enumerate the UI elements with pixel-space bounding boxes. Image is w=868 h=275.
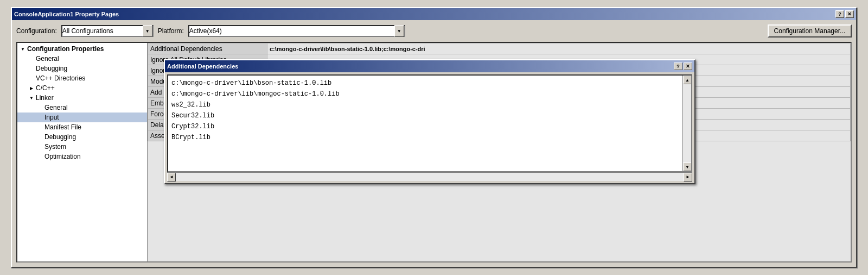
tree-arrow-0: ▼ <box>20 47 26 52</box>
config-manager-button[interactable]: Configuration Manager... <box>768 24 852 38</box>
scrollbar-h-track[interactable] <box>176 173 684 181</box>
main-title-bar: ConsoleApplication1 Property Pages ? ✕ <box>12 8 856 20</box>
additional-deps-dialog: Additional Dependencies ? ✕ c:\mongo-c-d… <box>164 59 695 184</box>
platform-dropdown-arrow[interactable] <box>394 25 404 37</box>
deps-line-2: ws2_32.lib <box>171 99 679 110</box>
tree-item-linker-input[interactable]: Input <box>17 112 147 122</box>
toolbar-row: Configuration: All Configurations Platfo… <box>16 24 852 38</box>
config-dropdown[interactable]: All Configurations <box>61 25 154 37</box>
tree-item-debugging[interactable]: Debugging <box>17 64 147 73</box>
scrollbar-left-button[interactable]: ◄ <box>167 173 176 182</box>
main-body: ▼ Configuration Properties General Debug… <box>16 42 852 262</box>
main-close-button[interactable]: ✕ <box>845 10 854 18</box>
scrollbar-track[interactable] <box>683 84 691 162</box>
tree-item-label-2: Debugging <box>36 65 67 72</box>
tree-item-linker[interactable]: ▼ Linker <box>17 93 147 103</box>
tree-item-label-3: VC++ Directories <box>36 74 85 82</box>
main-dialog-title: ConsoleApplication1 Property Pages <box>14 11 119 17</box>
deps-textarea[interactable]: c:\mongo-c-driver\lib\bson-static-1.0.li… <box>168 76 682 171</box>
tree-arrow-5: ▼ <box>28 96 35 101</box>
config-dropdown-arrow[interactable] <box>143 25 152 37</box>
main-help-button[interactable]: ? <box>835 10 844 18</box>
tree-item-linker-debugging[interactable]: Debugging <box>17 132 147 142</box>
deps-line-3: Secur32.lib <box>171 110 679 121</box>
tree-item-label-10: System <box>44 143 66 151</box>
config-label: Configuration: <box>16 27 57 35</box>
tree-item-optimization[interactable]: Optimization <box>17 152 147 161</box>
tree-item-label-0: Configuration Properties <box>27 45 104 53</box>
modal-overlay: Additional Dependencies ? ✕ c:\mongo-c-d… <box>148 43 851 261</box>
main-title-buttons: ? ✕ <box>835 10 854 18</box>
props-panel: Additional Dependencies c:\mongo-c-drive… <box>148 43 851 261</box>
deps-title-bar: Additional Dependencies ? ✕ <box>165 60 694 72</box>
tree-arrow-4: ▶ <box>28 86 35 91</box>
main-dialog: ConsoleApplication1 Property Pages ? ✕ C… <box>11 7 857 268</box>
horizontal-scrollbar: ◄ ► <box>167 172 692 181</box>
tree-item-label-9: Debugging <box>44 133 76 141</box>
tree-item-general[interactable]: General <box>17 54 147 64</box>
deps-close-button[interactable]: ✕ <box>684 62 692 70</box>
scrollbar-up-button[interactable]: ▲ <box>683 76 692 84</box>
tree-panel: ▼ Configuration Properties General Debug… <box>17 43 148 261</box>
config-dropdown-value: All Configurations <box>62 27 143 35</box>
tree-item-label-7: Input <box>44 114 59 121</box>
tree-item-vc-directories[interactable]: VC++ Directories <box>17 73 147 83</box>
deps-help-button[interactable]: ? <box>674 62 682 70</box>
tree-item-label-5: Linker <box>36 94 54 102</box>
deps-line-0: c:\mongo-c-driver\lib\bson-static-1.0.li… <box>171 78 679 89</box>
platform-label: Platform: <box>158 27 184 35</box>
tree-item-system[interactable]: System <box>17 142 147 152</box>
scrollbar-right-button[interactable]: ► <box>684 173 692 182</box>
deps-line-5: BCrypt.lib <box>171 132 679 143</box>
dialog-content: Configuration: All Configurations Platfo… <box>12 20 856 267</box>
tree-item-label-1: General <box>36 55 59 62</box>
deps-dialog-title: Additional Dependencies <box>167 63 238 70</box>
deps-content: c:\mongo-c-driver\lib\bson-static-1.0.li… <box>165 72 694 183</box>
tree-item-label-8: Manifest File <box>44 123 81 131</box>
tree-item-manifest-file[interactable]: Manifest File <box>17 122 147 132</box>
tree-item-label-11: Optimization <box>44 153 81 160</box>
tree-item-label-6: General <box>44 104 68 111</box>
tree-item-config-properties[interactable]: ▼ Configuration Properties <box>17 44 147 54</box>
tree-item-label-4: C/C++ <box>36 84 55 92</box>
platform-dropdown[interactable]: Active(x64) <box>188 25 405 37</box>
deps-line-1: c:\mongo-c-driver\lib\mongoc-static-1.0.… <box>171 89 679 99</box>
tree-item-linker-general[interactable]: General <box>17 103 147 112</box>
deps-line-4: Crypt32.lib <box>171 121 679 132</box>
deps-title-buttons: ? ✕ <box>674 62 692 70</box>
platform-dropdown-value: Active(x64) <box>189 27 394 35</box>
scrollbar-down-button[interactable]: ▼ <box>683 162 692 171</box>
tree-item-cpp[interactable]: ▶ C/C++ <box>17 83 147 93</box>
deps-textarea-container: c:\mongo-c-driver\lib\bson-static-1.0.li… <box>167 74 692 172</box>
vertical-scrollbar: ▲ ▼ <box>682 76 691 171</box>
